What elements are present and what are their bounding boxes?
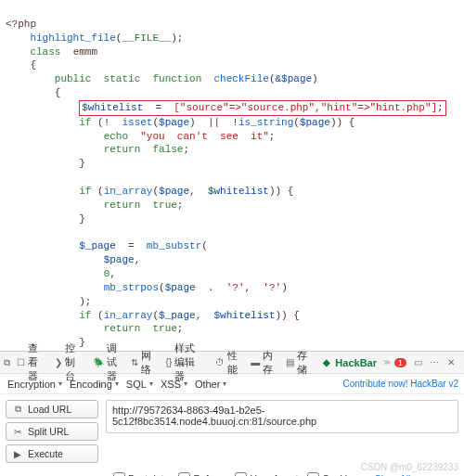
close-icon[interactable]: ✕	[445, 357, 457, 368]
console-icon: ❯	[55, 357, 62, 368]
tab-console[interactable]: ❯控制台	[50, 352, 86, 373]
tab-network[interactable]: ⇅网络	[125, 352, 159, 373]
tab-debugger[interactable]: 🪲调试器	[88, 352, 124, 373]
more-icon[interactable]: ⋯	[429, 357, 440, 368]
memory-icon: ▬	[251, 357, 260, 368]
perf-icon: ⏱	[215, 357, 225, 368]
contribute-link[interactable]: Contribute now! HackBar v2	[342, 379, 458, 389]
network-icon: ⇅	[130, 357, 137, 368]
watermark: CSDN @m0_62239233	[361, 462, 458, 472]
source-code: <?php highlight_file(__FILE__); class em…	[0, 0, 464, 351]
responsive-icon[interactable]: ▭	[412, 357, 423, 368]
menu-sql[interactable]: SQL	[124, 379, 155, 390]
tab-memory[interactable]: ▬内存	[246, 352, 279, 373]
style-icon: {}	[165, 357, 172, 368]
tabs-more-icon[interactable]: ≫	[383, 358, 391, 367]
split-url-button[interactable]: ✂Split URL	[6, 422, 98, 441]
devtools-panel: ⧉ ☐查看器 ❯控制台 🪲调试器 ⇅网络 {}样式编辑器 ⏱性能 ▬内存 ▤存储…	[0, 351, 464, 476]
cookies-checkbox[interactable]: Cookies	[307, 472, 357, 476]
tab-perf[interactable]: ⏱性能	[211, 352, 244, 373]
postdata-checkbox[interactable]: Post data	[113, 472, 169, 476]
load-url-button[interactable]: ⧉Load URL	[6, 400, 98, 418]
devtools-tabbar: ⧉ ☐查看器 ❯控制台 🪲调试器 ⇅网络 {}样式编辑器 ⏱性能 ▬内存 ▤存储…	[0, 352, 464, 374]
menu-encoding[interactable]: Encoding	[68, 379, 121, 390]
execute-button[interactable]: ▶Execute	[6, 444, 98, 463]
menu-encryption[interactable]: Encryption	[6, 379, 64, 390]
url-input[interactable]	[106, 400, 458, 433]
load-icon: ⧉	[12, 404, 23, 415]
hackbar-icon: ◆	[321, 357, 332, 368]
useragent-checkbox[interactable]: User Agent	[235, 472, 298, 476]
whitelist-line: $whitelist = ["source"=>"source.php","hi…	[79, 100, 446, 116]
inspector-icon: ☐	[17, 357, 25, 368]
debugger-icon: 🪲	[93, 357, 104, 368]
dock-icon[interactable]: ⧉	[4, 357, 10, 368]
hackbar-main: ⧉Load URL ✂Split URL ▶Execute	[0, 394, 464, 469]
tab-style[interactable]: {}样式编辑器	[161, 352, 209, 373]
tab-storage[interactable]: ▤存储	[281, 352, 315, 373]
tab-inspector[interactable]: ☐查看器	[12, 352, 48, 373]
storage-icon: ▤	[286, 357, 294, 368]
clear-all-link[interactable]: Clear All	[374, 473, 410, 477]
referer-checkbox[interactable]: Referer	[178, 472, 226, 476]
menu-xss[interactable]: XSS	[159, 379, 189, 390]
tab-hackbar[interactable]: ◆HackBar	[316, 352, 381, 373]
split-icon: ✂	[12, 427, 23, 437]
error-badge[interactable]: 1	[394, 358, 406, 367]
menu-other[interactable]: Other	[193, 379, 229, 390]
execute-icon: ▶	[12, 449, 23, 459]
